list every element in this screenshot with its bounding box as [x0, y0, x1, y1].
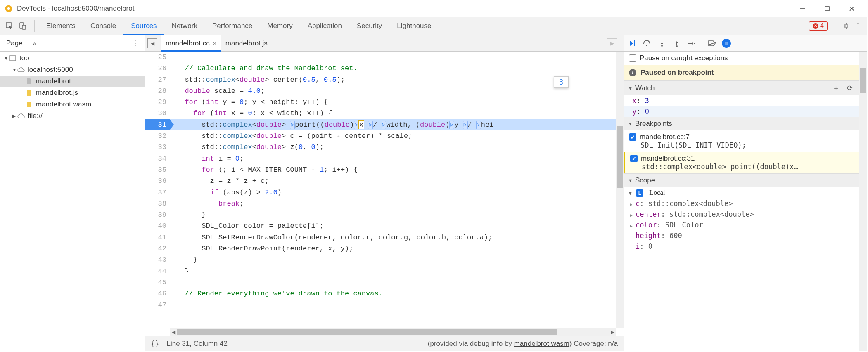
error-count-badge[interactable]: ✕4 — [809, 21, 828, 31]
close-button[interactable] — [840, 1, 864, 17]
code-line-31[interactable]: 31 std::complex<double> ▷point((double)▷… — [145, 119, 624, 130]
tree-item-mandelbrot-js[interactable]: mandelbrot.js — [0, 87, 145, 99]
sidebar-title: Page — [6, 39, 23, 47]
breakpoint-item[interactable]: mandelbrot.cc:31std::complex<double> poi… — [624, 152, 859, 173]
code-line-28[interactable]: 28 double scale = 4.0; — [145, 85, 624, 97]
code-line-33[interactable]: 33 std::complex<double> z(0, 0); — [145, 142, 624, 153]
info-icon: i — [629, 69, 636, 76]
inspect-icon[interactable] — [4, 20, 15, 32]
horizontal-scrollbar[interactable]: ◀▶ — [170, 328, 616, 336]
deactivate-breakpoints-button[interactable] — [707, 38, 717, 48]
maximize-button[interactable] — [815, 1, 840, 17]
file-tab-mandelbrot-js[interactable]: mandelbrot.js — [221, 35, 272, 51]
sidebar-more-icon[interactable]: » — [33, 40, 36, 47]
step-out-button[interactable] — [672, 38, 682, 48]
pause-on-exceptions-button[interactable]: II — [722, 39, 731, 48]
tree-item-mandelbrot[interactable]: mandelbrot — [0, 76, 145, 87]
nav-back-button[interactable]: ◀ — [147, 38, 157, 48]
code-line-44[interactable]: 44 } — [145, 266, 624, 277]
main-toolbar: ElementsConsoleSourcesNetworkPerformance… — [0, 17, 867, 35]
settings-icon[interactable] — [840, 22, 852, 30]
scope-var-i[interactable]: i: 0 — [624, 241, 859, 252]
svg-rect-3 — [825, 7, 829, 11]
tree-item-file---[interactable]: ▶file:// — [0, 110, 145, 122]
tab-elements[interactable]: Elements — [39, 17, 83, 35]
right-scrollbar[interactable] — [859, 52, 867, 351]
pretty-print-icon[interactable]: {} — [151, 340, 159, 348]
devtools-icon — [5, 5, 13, 13]
code-line-36[interactable]: 36 z = z * z + c; — [145, 175, 624, 187]
pause-caught-checkbox[interactable] — [629, 54, 636, 62]
code-line-40[interactable]: 40 SDL_Color color = palette[i]; — [145, 220, 624, 232]
code-line-47[interactable]: 47 — [145, 300, 624, 311]
code-line-39[interactable]: 39 } — [145, 209, 624, 220]
scope-section-header[interactable]: ▼Scope — [624, 174, 859, 187]
step-over-button[interactable] — [642, 38, 652, 48]
breakpoint-checkbox[interactable] — [629, 133, 636, 141]
tab-application[interactable]: Application — [300, 17, 349, 35]
svg-rect-10 — [10, 56, 16, 61]
device-icon[interactable] — [17, 20, 28, 32]
code-line-38[interactable]: 38 break; — [145, 198, 624, 209]
scope-var-center[interactable]: ▶center: std::complex<double> — [624, 209, 859, 220]
code-line-45[interactable]: 45 — [145, 277, 624, 288]
scope-var-color[interactable]: ▶color: SDL_Color — [624, 220, 859, 230]
breakpoint-item[interactable]: mandelbrot.cc:7SDL_Init(SDL_INIT_VIDEO); — [624, 130, 859, 152]
sidebar: Page » ⋮ ▼top▼localhost:5000mandelbrotma… — [0, 35, 145, 351]
breakpoints-section-header[interactable]: ▼Breakpoints — [624, 117, 859, 130]
watch-x[interactable]: x: 3 — [624, 95, 859, 106]
statusbar: {} Line 31, Column 42 (provided via debu… — [145, 336, 624, 351]
code-line-25[interactable]: 25 — [145, 52, 624, 63]
scope-var-c[interactable]: ▶c: std::complex<double> — [624, 198, 859, 209]
file-tab-mandelbrot-cc[interactable]: mandelbrot.cc✕ — [161, 35, 221, 51]
code-line-32[interactable]: 32 std::complex<double> c = (point - cen… — [145, 130, 624, 142]
debugger-panel: II Pause on caught exceptions i Paused o… — [624, 35, 867, 351]
resume-button[interactable] — [627, 38, 637, 48]
breakpoint-checkbox[interactable] — [630, 155, 638, 162]
paused-banner: i Paused on breakpoint — [624, 65, 859, 80]
refresh-watch-icon[interactable]: ⟳ — [844, 84, 855, 92]
step-into-button[interactable] — [657, 38, 667, 48]
code-line-37[interactable]: 37 if (abs(z) > 2.0) — [145, 187, 624, 198]
tab-lighthouse[interactable]: Lighthouse — [389, 17, 439, 35]
svg-rect-8 — [22, 25, 26, 29]
tab-memory[interactable]: Memory — [260, 17, 300, 35]
code-line-26[interactable]: 26 // Calculate and draw the Mandelbrot … — [145, 63, 624, 74]
tree-item-top[interactable]: ▼top — [0, 52, 145, 64]
code-line-42[interactable]: 42 SDL_RenderDrawPoint(renderer, x, y); — [145, 243, 624, 254]
watch-y[interactable]: y: 0 — [624, 106, 859, 117]
debug-info-link[interactable]: mandelbrot.wasm — [514, 340, 569, 347]
code-line-43[interactable]: 43 } — [145, 254, 624, 265]
scope-var-height[interactable]: height: 600 — [624, 230, 859, 241]
code-line-27[interactable]: 27 std::complex<double> center(0.5, 0.5)… — [145, 74, 624, 85]
code-line-30[interactable]: 30 for (int x = 0; x < width; x++) { — [145, 108, 624, 119]
hover-value-tooltip: 3 — [554, 76, 569, 88]
scope-local-row[interactable]: ▼ L Local — [624, 187, 859, 198]
tree-item-mandelbrot-wasm[interactable]: mandelbrot.wasm — [0, 99, 145, 110]
more-icon[interactable]: ⋮ — [852, 21, 863, 30]
code-line-35[interactable]: 35 for (; i < MAX_ITER_COUNT - 1; i++) { — [145, 164, 624, 175]
code-line-34[interactable]: 34 int i = 0; — [145, 153, 624, 164]
watch-section-header[interactable]: ▼Watch ＋ ⟳ — [624, 81, 859, 95]
vertical-scrollbar[interactable] — [616, 52, 624, 328]
svg-point-19 — [694, 43, 695, 44]
add-watch-icon[interactable]: ＋ — [830, 83, 842, 93]
minimize-button[interactable] — [790, 1, 815, 17]
code-line-41[interactable]: 41 SDL_SetRenderDrawColor(renderer, colo… — [145, 232, 624, 243]
svg-point-15 — [661, 45, 663, 47]
tab-network[interactable]: Network — [164, 17, 205, 35]
close-tab-icon[interactable]: ✕ — [212, 40, 217, 47]
svg-point-1 — [7, 7, 10, 10]
tab-security[interactable]: Security — [349, 17, 389, 35]
code-line-46[interactable]: 46 // Render everything we've drawn to t… — [145, 288, 624, 299]
titlebar: DevTools - localhost:5000/mandelbrot — [0, 0, 867, 17]
svg-point-13 — [646, 45, 647, 46]
tree-item-localhost-5000[interactable]: ▼localhost:5000 — [0, 64, 145, 76]
tab-console[interactable]: Console — [83, 17, 123, 35]
code-line-29[interactable]: 29 for (int y = 0; y < height; y++) { — [145, 97, 624, 108]
sidebar-menu-icon[interactable]: ⋮ — [132, 39, 139, 47]
tab-performance[interactable]: Performance — [205, 17, 260, 35]
step-button[interactable] — [687, 38, 697, 48]
tab-sources[interactable]: Sources — [123, 17, 164, 35]
nav-fwd-button[interactable]: ▶ — [607, 38, 617, 48]
